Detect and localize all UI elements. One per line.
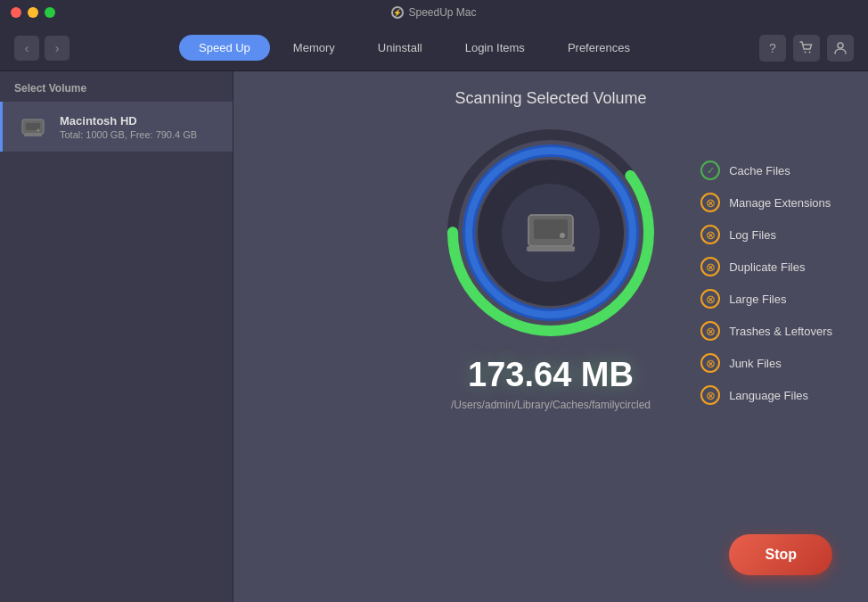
- extensions-label: Manage Extensions: [729, 196, 831, 210]
- volume-details: Total: 1000 GB, Free: 790.4 GB: [60, 129, 197, 140]
- volume-name: Macintosh HD: [60, 114, 197, 128]
- center-drive-icon: [502, 184, 600, 282]
- language-status-icon: [700, 385, 720, 405]
- forward-button[interactable]: ›: [45, 36, 70, 61]
- content-title: Scanning Selected Volume: [454, 89, 646, 108]
- cache-status-icon: [700, 161, 720, 180]
- junk-status-icon: [700, 353, 720, 373]
- volume-item[interactable]: Macintosh HD Total: 1000 GB, Free: 790.4…: [0, 102, 233, 152]
- volume-info: Macintosh HD Total: 1000 GB, Free: 790.4…: [60, 114, 197, 140]
- scan-items-list: Cache Files Manage Extensions Log Files …: [700, 161, 832, 405]
- scan-item-logs: Log Files: [700, 225, 832, 244]
- svg-point-14: [560, 233, 565, 238]
- junk-label: Junk Files: [729, 357, 782, 370]
- stop-button[interactable]: Stop: [729, 534, 832, 575]
- scan-size: 173.64 MB: [468, 356, 634, 394]
- toolbar-actions: ?: [759, 35, 854, 62]
- scan-item-trashes: Trashes & Leftovers: [700, 321, 832, 341]
- tab-bar: Speed Up Memory Uninstall Login Items Pr…: [179, 35, 650, 61]
- help-button[interactable]: ?: [759, 35, 786, 62]
- main-layout: Select Volume Macintosh HD Total: 1000 G…: [0, 71, 868, 602]
- trashes-status-icon: [700, 321, 720, 341]
- scan-item-duplicates: Duplicate Files: [700, 257, 832, 276]
- logs-label: Log Files: [729, 228, 776, 242]
- svg-rect-6: [24, 134, 42, 136]
- duplicates-label: Duplicate Files: [729, 260, 805, 274]
- sidebar: Select Volume Macintosh HD Total: 1000 G…: [0, 71, 233, 602]
- extensions-status-icon: [700, 193, 720, 212]
- content-area: Scanning Selected Volume: [233, 71, 868, 602]
- large-status-icon: [700, 289, 720, 309]
- scan-item-language: Language Files: [700, 385, 832, 405]
- nav-buttons: ‹ ›: [14, 36, 70, 61]
- app-icon: ⚡: [391, 6, 404, 19]
- tab-speedup[interactable]: Speed Up: [179, 35, 270, 61]
- scan-item-extensions: Manage Extensions: [700, 193, 832, 212]
- scan-ring: [444, 126, 658, 340]
- svg-rect-15: [527, 246, 575, 252]
- tab-preferences[interactable]: Preferences: [548, 35, 650, 61]
- scan-item-junk: Junk Files: [700, 353, 832, 373]
- scan-item-large: Large Files: [700, 289, 832, 309]
- traffic-lights: [11, 7, 55, 18]
- svg-point-2: [838, 43, 843, 48]
- cache-label: Cache Files: [729, 164, 790, 177]
- tab-uninstall[interactable]: Uninstall: [358, 35, 442, 61]
- toolbar: ‹ › Speed Up Memory Uninstall Login Item…: [0, 25, 868, 71]
- minimize-button[interactable]: [28, 7, 38, 18]
- scan-item-cache: Cache Files: [700, 161, 832, 180]
- close-button[interactable]: [11, 7, 21, 18]
- svg-point-1: [809, 51, 811, 53]
- drive-icon: [17, 111, 49, 143]
- titlebar: ⚡ SpeedUp Mac: [0, 0, 868, 25]
- tab-memory[interactable]: Memory: [274, 35, 355, 61]
- tab-login-items[interactable]: Login Items: [446, 35, 545, 61]
- app-title: ⚡ SpeedUp Mac: [391, 6, 476, 19]
- sidebar-header: Select Volume: [0, 71, 233, 102]
- language-label: Language Files: [729, 389, 808, 402]
- duplicates-status-icon: [700, 257, 720, 276]
- scan-path: /Users/admin/Library/Caches/familycircle…: [451, 399, 651, 411]
- account-button[interactable]: [827, 35, 854, 62]
- trashes-label: Trashes & Leftovers: [729, 325, 832, 338]
- svg-point-0: [805, 51, 807, 53]
- logs-status-icon: [700, 225, 720, 244]
- cart-button[interactable]: [793, 35, 820, 62]
- svg-point-5: [37, 129, 40, 132]
- large-label: Large Files: [729, 293, 786, 306]
- maximize-button[interactable]: [45, 7, 55, 18]
- back-button[interactable]: ‹: [14, 36, 39, 61]
